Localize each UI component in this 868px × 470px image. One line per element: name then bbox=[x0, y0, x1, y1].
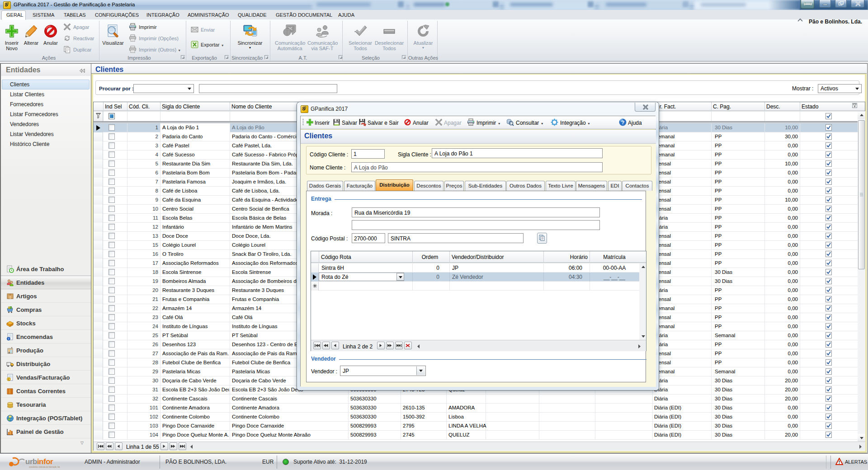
svg-text:€: € bbox=[8, 378, 10, 381]
svg-text:?: ? bbox=[621, 120, 624, 125]
